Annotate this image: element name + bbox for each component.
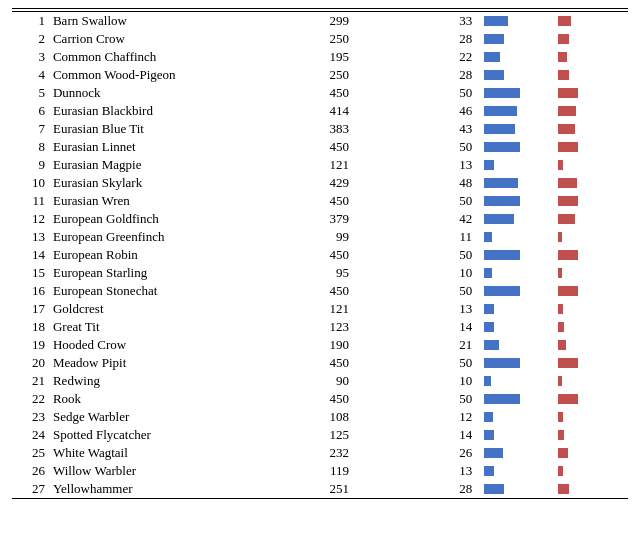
training-count: 450	[246, 390, 357, 408]
table-row: 19 Hooded Crow 190 21	[12, 336, 628, 354]
species-name: Carrion Crow	[49, 30, 246, 48]
training-count: 90	[246, 372, 357, 390]
validation-count: 46	[357, 102, 480, 120]
validation-count: 28	[357, 30, 480, 48]
training-count: 121	[246, 300, 357, 318]
table-row: 1 Barn Swallow 299 33	[12, 12, 628, 31]
validation-count: 12	[357, 408, 480, 426]
pct-train-bar	[480, 354, 554, 372]
pct-val-bar	[554, 264, 628, 282]
pct-train-bar	[480, 372, 554, 390]
training-count: 99	[246, 228, 357, 246]
pct-val-bar	[554, 228, 628, 246]
table-row: 13 European Greenfinch 99 11	[12, 228, 628, 246]
validation-count: 13	[357, 300, 480, 318]
validation-count: 50	[357, 84, 480, 102]
pct-val-bar	[554, 282, 628, 300]
table-row: 14 European Robin 450 50	[12, 246, 628, 264]
validation-count: 28	[357, 66, 480, 84]
row-index: 18	[12, 318, 49, 336]
table-row: 5 Dunnock 450 50	[12, 84, 628, 102]
validation-count: 43	[357, 120, 480, 138]
pct-train-bar	[480, 30, 554, 48]
pct-train-bar	[480, 102, 554, 120]
row-index: 8	[12, 138, 49, 156]
species-name: Common Wood-Pigeon	[49, 66, 246, 84]
training-count: 250	[246, 30, 357, 48]
training-count: 250	[246, 66, 357, 84]
row-index: 21	[12, 372, 49, 390]
validation-count: 33	[357, 12, 480, 31]
pct-val-bar	[554, 210, 628, 228]
row-index: 2	[12, 30, 49, 48]
species-name: Great Tit	[49, 318, 246, 336]
validation-count: 50	[357, 354, 480, 372]
table-row: 23 Sedge Warbler 108 12	[12, 408, 628, 426]
pct-train-bar	[480, 390, 554, 408]
species-name: Eurasian Linnet	[49, 138, 246, 156]
pct-val-bar	[554, 462, 628, 480]
species-name: Goldcrest	[49, 300, 246, 318]
validation-count: 50	[357, 282, 480, 300]
pct-val-bar	[554, 480, 628, 499]
validation-count: 11	[357, 228, 480, 246]
training-count: 125	[246, 426, 357, 444]
pct-val-bar	[554, 390, 628, 408]
pct-train-bar	[480, 84, 554, 102]
pct-val-bar	[554, 372, 628, 390]
row-index: 3	[12, 48, 49, 66]
training-count: 414	[246, 102, 357, 120]
species-name: Eurasian Wren	[49, 192, 246, 210]
species-name: Eurasian Blue Tit	[49, 120, 246, 138]
table-row: 8 Eurasian Linnet 450 50	[12, 138, 628, 156]
pct-train-bar	[480, 210, 554, 228]
pct-train-bar	[480, 462, 554, 480]
row-index: 11	[12, 192, 49, 210]
pct-val-bar	[554, 66, 628, 84]
row-index: 24	[12, 426, 49, 444]
species-name: Redwing	[49, 372, 246, 390]
pct-train-bar	[480, 120, 554, 138]
pct-train-bar	[480, 408, 554, 426]
table-row: 7 Eurasian Blue Tit 383 43	[12, 120, 628, 138]
species-name: European Stonechat	[49, 282, 246, 300]
pct-val-bar	[554, 174, 628, 192]
table-row: 4 Common Wood-Pigeon 250 28	[12, 66, 628, 84]
pct-train-bar	[480, 174, 554, 192]
pct-train-bar	[480, 246, 554, 264]
training-count: 383	[246, 120, 357, 138]
pct-val-bar	[554, 444, 628, 462]
table-row: 27 Yellowhammer 251 28	[12, 480, 628, 499]
row-index: 22	[12, 390, 49, 408]
table-row: 6 Eurasian Blackbird 414 46	[12, 102, 628, 120]
pct-val-bar	[554, 48, 628, 66]
training-count: 121	[246, 156, 357, 174]
species-name: Eurasian Blackbird	[49, 102, 246, 120]
table-row: 11 Eurasian Wren 450 50	[12, 192, 628, 210]
pct-val-bar	[554, 354, 628, 372]
species-name: Spotted Flycatcher	[49, 426, 246, 444]
training-count: 95	[246, 264, 357, 282]
table-row: 9 Eurasian Magpie 121 13	[12, 156, 628, 174]
pct-train-bar	[480, 282, 554, 300]
species-name: Sedge Warbler	[49, 408, 246, 426]
species-name: Eurasian Skylark	[49, 174, 246, 192]
pct-val-bar	[554, 246, 628, 264]
table-row: 22 Rook 450 50	[12, 390, 628, 408]
row-index: 12	[12, 210, 49, 228]
pct-val-bar	[554, 318, 628, 336]
table-row: 15 European Starling 95 10	[12, 264, 628, 282]
pct-val-bar	[554, 192, 628, 210]
pct-train-bar	[480, 480, 554, 499]
species-name: Eurasian Magpie	[49, 156, 246, 174]
species-name: Willow Warbler	[49, 462, 246, 480]
species-name: Yellowhammer	[49, 480, 246, 499]
training-count: 119	[246, 462, 357, 480]
pct-val-bar	[554, 120, 628, 138]
training-count: 195	[246, 48, 357, 66]
validation-count: 48	[357, 174, 480, 192]
row-index: 27	[12, 480, 49, 499]
pct-train-bar	[480, 264, 554, 282]
validation-count: 21	[357, 336, 480, 354]
pct-train-bar	[480, 228, 554, 246]
